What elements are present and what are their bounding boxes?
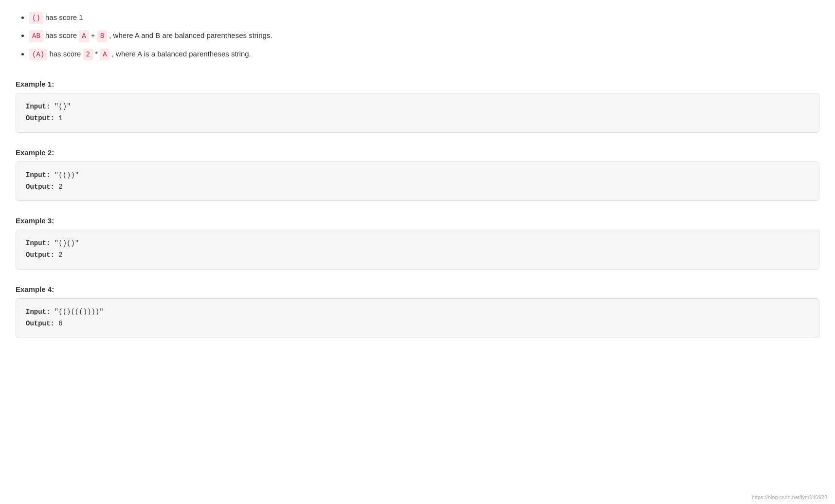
example-3-label: Example 3: — [16, 216, 819, 225]
example-3-input-value: "()()" — [54, 239, 79, 247]
example-3-block: Input: "()()" Output: 2 — [16, 230, 819, 270]
rule2-formula-b: B — [97, 30, 107, 42]
rule2-plus: + — [91, 31, 97, 39]
example-4-output-label: Output: — [26, 320, 54, 327]
example-3-output-label: Output: — [26, 251, 54, 259]
example-1: Example 1: Input: "()" Output: 1 — [16, 80, 819, 133]
rule2-post: , where A and B are balanced parentheses… — [109, 31, 272, 39]
example-1-input-label: Input: — [26, 103, 50, 110]
example-2-label: Example 2: — [16, 148, 819, 157]
example-4: Example 4: Input: "(()((())))" Output: 6 — [16, 285, 819, 338]
example-3-input-line: Input: "()()" — [26, 238, 809, 250]
rule3-pre: has score — [49, 50, 83, 58]
example-1-input-line: Input: "()" — [26, 101, 809, 113]
rule3-star: * — [95, 50, 100, 58]
example-2-input-label: Input: — [26, 171, 50, 179]
example-3: Example 3: Input: "()()" Output: 2 — [16, 216, 819, 270]
example-1-output-line: Output: 1 — [26, 113, 809, 125]
example-1-output-value: 1 — [58, 114, 62, 122]
rule3-post: , where A is a balanced parentheses stri… — [112, 50, 251, 58]
example-1-output-label: Output: — [26, 114, 54, 122]
rule3-tag: (A) — [29, 49, 47, 60]
rule2-pre: has score — [45, 31, 79, 39]
example-4-output-line: Output: 6 — [26, 318, 809, 330]
rule2-tag: AB — [29, 30, 43, 42]
examples-container: Example 1: Input: "()" Output: 1 Example… — [16, 80, 819, 338]
example-2-output-line: Output: 2 — [26, 181, 809, 193]
rule-1: () has score 1 — [29, 12, 819, 24]
example-2: Example 2: Input: "(())" Output: 2 — [16, 148, 819, 201]
rule2-formula-a: A — [79, 30, 89, 42]
rule1-tag: () — [29, 12, 43, 24]
rule-3: (A) has score 2 * A , where A is a balan… — [29, 48, 819, 60]
example-2-output-label: Output: — [26, 183, 54, 191]
example-2-input-line: Input: "(())" — [26, 170, 809, 181]
example-1-label: Example 1: — [16, 80, 819, 88]
rules-list: () has score 1 AB has score A + B , wher… — [16, 12, 819, 60]
example-4-input-value: "(()((())))" — [54, 308, 104, 316]
example-4-output-value: 6 — [58, 320, 62, 327]
example-1-input-value: "()" — [54, 103, 71, 110]
example-4-input-label: Input: — [26, 308, 50, 316]
example-4-input-line: Input: "(()((())))" — [26, 306, 809, 318]
example-2-input-value: "(())" — [54, 171, 79, 179]
example-3-output-value: 2 — [58, 251, 62, 259]
example-1-block: Input: "()" Output: 1 — [16, 93, 819, 133]
example-2-output-value: 2 — [58, 183, 62, 191]
example-4-label: Example 4: — [16, 285, 819, 293]
rule3-formula-a: A — [100, 49, 109, 60]
example-4-block: Input: "(()((())))" Output: 6 — [16, 298, 819, 338]
rule1-text: has score 1 — [45, 13, 83, 21]
rule-2: AB has score A + B , where A and B are b… — [29, 30, 819, 42]
example-3-input-label: Input: — [26, 239, 50, 247]
example-3-output-line: Output: 2 — [26, 250, 809, 261]
rule3-formula-2: 2 — [83, 49, 93, 60]
watermark: https://blog.csdn.net/lym940928 — [752, 494, 827, 500]
example-2-block: Input: "(())" Output: 2 — [16, 162, 819, 201]
